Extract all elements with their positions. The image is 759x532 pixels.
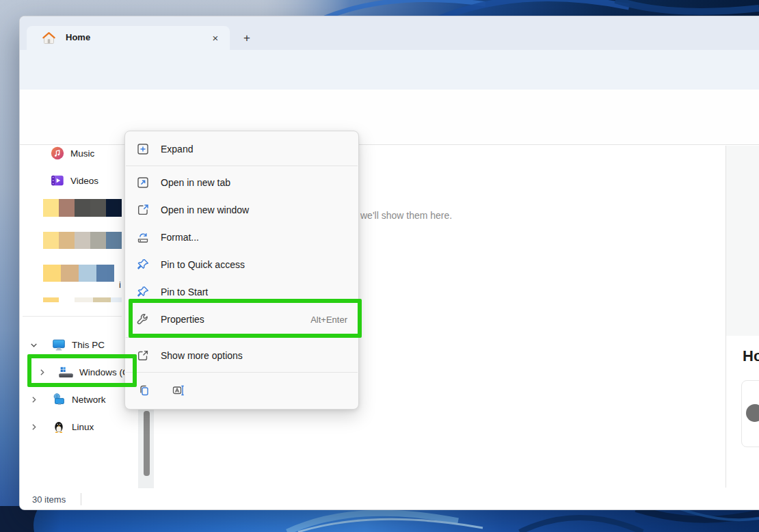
thumbnail-strip[interactable]	[43, 199, 122, 217]
swatch	[96, 265, 114, 282]
swatch	[106, 232, 122, 249]
sidebar-scrollbar-thumb[interactable]	[144, 411, 150, 476]
highlight-box-windows-drive	[27, 354, 137, 387]
sidebar-item-this-pc[interactable]: This PC	[29, 333, 105, 356]
swatch	[79, 265, 96, 282]
menu-item-label: Pin to Quick access	[161, 259, 358, 270]
menu-item-open-in-new-window[interactable]: Open in new window	[125, 196, 358, 224]
swatch	[75, 199, 90, 217]
linux-tux-icon	[51, 419, 66, 434]
menu-item-label: Show more options	[161, 350, 358, 361]
menu-item-label: Open in new window	[161, 204, 358, 215]
thumbnail-strip[interactable]	[43, 297, 122, 302]
menu-item-show-more-options[interactable]: Show more options	[125, 342, 358, 369]
navigation-bar: Home	[20, 50, 759, 90]
menu-item-label: Expand	[161, 144, 358, 155]
this-pc-icon	[51, 337, 66, 352]
home-tab-icon	[42, 31, 56, 45]
chevron-right-icon[interactable]	[29, 395, 38, 404]
music-icon	[50, 146, 65, 161]
status-items-count: 30 items	[32, 494, 66, 505]
tab-home[interactable]: Home ×	[27, 26, 230, 50]
thumbnail-strip[interactable]	[43, 265, 114, 282]
sidebar-item-network[interactable]: Network	[29, 388, 106, 411]
swatch	[59, 297, 75, 302]
menu-item-open-in-new-tab[interactable]: Open in new tab	[125, 169, 358, 196]
swatch	[43, 297, 59, 302]
swatch	[106, 199, 122, 217]
swatch	[59, 199, 75, 217]
chevron-down-icon[interactable]	[29, 341, 38, 349]
open-new-window-icon	[136, 203, 150, 217]
menu-separator	[126, 372, 358, 373]
sidebar-item-videos[interactable]: Videos	[50, 172, 98, 189]
menu-item-label: Format...	[161, 232, 358, 243]
right-panel-heading: Ho	[743, 347, 759, 365]
card-icon-circle	[746, 404, 759, 422]
swatch	[43, 265, 61, 282]
recent-files-empty-message: we'll show them here.	[360, 210, 452, 221]
sidebar-item-label: Music	[70, 148, 94, 159]
menu-item-label: Pin to Start	[161, 287, 358, 297]
menu-item-pin-to-quick-access[interactable]: Pin to Quick access	[125, 251, 358, 278]
swatch	[43, 232, 59, 249]
pin-icon	[136, 258, 150, 271]
menu-item-format[interactable]: Format...	[125, 224, 358, 251]
expand-icon	[136, 142, 150, 156]
chevron-right-icon[interactable]	[29, 423, 38, 431]
pin-icon	[136, 285, 150, 299]
swatch	[90, 232, 106, 249]
context-menu: Expand Open in new tab Open in new windo…	[124, 131, 359, 410]
videos-icon	[50, 173, 65, 188]
right-edge-panel	[726, 146, 759, 336]
rename-icon[interactable]	[166, 378, 191, 403]
sidebar-item-linux[interactable]: Linux	[29, 415, 94, 438]
swatch	[61, 265, 79, 282]
highlight-box-properties	[129, 299, 362, 338]
network-icon	[51, 392, 66, 407]
menu-item-label: Open in new tab	[161, 177, 358, 188]
tab-title: Home	[66, 32, 90, 42]
tree-item-label: Network	[72, 395, 106, 405]
menu-separator	[126, 165, 358, 166]
open-new-tab-icon	[136, 176, 150, 189]
swatch	[75, 232, 90, 249]
status-divider	[81, 493, 81, 505]
tree-item-label: This PC	[72, 340, 105, 350]
thumbnail-strip[interactable]	[43, 232, 122, 249]
swatch	[111, 297, 122, 302]
swatch	[90, 199, 106, 217]
swatch	[93, 297, 111, 302]
menu-quick-actions-row	[125, 375, 358, 405]
desktop: Home × +	[0, 0, 759, 532]
menu-item-expand[interactable]: Expand	[125, 135, 358, 163]
sidebar-item-music[interactable]: Music	[50, 145, 94, 161]
show-more-options-icon	[136, 349, 150, 362]
file-explorer-window: Home × +	[19, 16, 759, 510]
hidden-item-label-fragment: i	[119, 280, 121, 290]
swatch	[43, 199, 59, 217]
tab-bar: Home × +	[20, 16, 759, 50]
tree-item-label: Linux	[72, 422, 94, 432]
sidebar-item-label: Videos	[70, 176, 98, 186]
swatch	[59, 232, 75, 249]
new-tab-button[interactable]: +	[237, 29, 256, 47]
sidebar-divider	[23, 316, 122, 317]
format-drive-icon	[136, 230, 150, 244]
tab-close-icon[interactable]: ×	[207, 30, 224, 46]
swatch	[75, 297, 93, 302]
